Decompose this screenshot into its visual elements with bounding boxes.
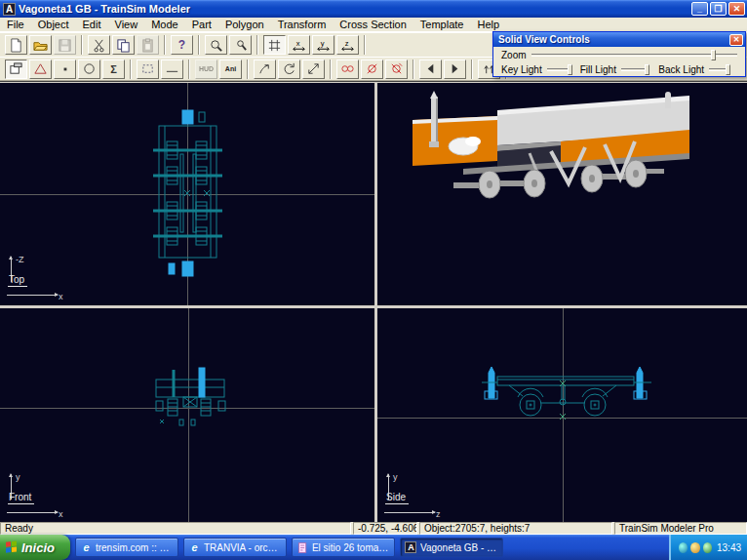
taskbar-button[interactable]: eTRANVIA - orcel MSN ... (183, 538, 287, 557)
prev-icon (423, 61, 438, 76)
viewport-area: -Z Top x (0, 81, 747, 522)
menu-polygon[interactable]: Polygon (218, 19, 271, 30)
svg-text:y: y (321, 38, 325, 47)
axis-label-vertical: y (16, 472, 20, 482)
triangle-button[interactable] (29, 60, 52, 79)
grid-button[interactable] (263, 35, 286, 55)
ani-icon: Ani (225, 65, 236, 72)
system-tray: 13:43 (669, 535, 747, 560)
toolbar-separator (256, 35, 258, 55)
minimize-button[interactable]: _ (691, 2, 708, 16)
menu-part[interactable]: Part (185, 19, 218, 30)
slider-handle[interactable] (568, 64, 572, 75)
axis-y-button[interactable]: y (312, 35, 334, 55)
svg-text:x: x (296, 38, 300, 47)
slider-handle[interactable] (726, 64, 730, 75)
restore-button[interactable]: ❐ (710, 2, 727, 16)
axis-arrow-horizontal (7, 512, 58, 513)
sigma-button[interactable]: Σ (102, 60, 125, 79)
mirror-z-icon (389, 61, 404, 76)
back-light-slider[interactable] (709, 68, 727, 71)
taskbar-button-active[interactable]: AVagoneta GB - TrainS... (400, 538, 503, 557)
tray-icon-volume[interactable] (690, 542, 699, 553)
dialog-title-bar[interactable]: Solid View Controls ✕ (493, 32, 745, 47)
fill-light-slider-group: Fill Light (580, 64, 649, 75)
axis-label-vertical: y (393, 472, 398, 482)
zoom-out-button[interactable] (229, 35, 252, 55)
prev-button[interactable] (419, 60, 442, 79)
axis-y-icon: y (316, 38, 331, 53)
open-folder-button[interactable] (29, 35, 52, 55)
marquee-button[interactable] (137, 60, 159, 79)
dialog-title: Solid View Controls (498, 34, 729, 45)
new-file-button[interactable] (5, 35, 27, 55)
axis-indicator-front: y Front x (6, 468, 84, 519)
zoom-slider[interactable] (531, 54, 737, 57)
axis-x-button[interactable]: x (288, 35, 310, 55)
tray-icon-messenger[interactable] (679, 542, 688, 553)
axis-arrow-horizontal (384, 512, 435, 513)
viewport-3d[interactable] (377, 83, 747, 305)
menu-object[interactable]: Object (31, 19, 76, 30)
point-button[interactable] (54, 60, 76, 79)
slider-handle[interactable] (645, 64, 649, 75)
move-button[interactable] (254, 60, 276, 79)
zoom-in-button[interactable] (205, 35, 227, 55)
taskbar-button-label: trensim.com :: Ver to... (96, 542, 174, 553)
dialog-close-button[interactable]: ✕ (729, 34, 743, 46)
next-button[interactable] (444, 60, 466, 79)
taskbar-button[interactable]: El sitio 26 tomado cron... (292, 538, 395, 557)
viewport-front[interactable]: y Front x (0, 308, 374, 523)
viewport-top[interactable]: -Z Top x (0, 83, 374, 305)
rotate-button[interactable] (278, 60, 300, 79)
viewport-side[interactable]: y Side z (377, 308, 747, 523)
mirror-x-button[interactable] (336, 60, 359, 79)
menu-transform[interactable]: Transform (271, 19, 334, 30)
save-button (54, 35, 76, 55)
menu-cross-section[interactable]: Cross Section (333, 19, 413, 30)
zoom-slider-handle[interactable] (711, 50, 716, 60)
hud-button: HUD (195, 60, 217, 79)
ani-button[interactable]: Ani (219, 60, 242, 79)
line-button[interactable] (161, 60, 183, 79)
viewport-label: Front (8, 492, 34, 504)
tray-icon-network[interactable] (703, 542, 712, 553)
copy-icon (116, 38, 131, 53)
copy-button[interactable] (112, 35, 135, 55)
scale-button[interactable] (302, 60, 325, 79)
taskbar-button-label: Vagoneta GB - TrainS... (420, 542, 498, 553)
tsm-icon: A (405, 541, 417, 554)
status-object-info: Object:2705:7, heights:7 (419, 522, 612, 535)
hud-icon: HUD (199, 65, 214, 72)
axis-arrow-horizontal (7, 295, 58, 296)
next-icon (448, 61, 462, 76)
menu-edit[interactable]: Edit (76, 19, 108, 30)
cut-button[interactable] (88, 35, 110, 55)
key-light-slider-group: Key Light (501, 64, 570, 75)
mirror-y-button[interactable] (361, 60, 383, 79)
menu-file[interactable]: File (0, 19, 31, 30)
taskbar-buttons: etrensim.com :: Ver to...eTRANVIA - orce… (70, 538, 503, 557)
mirror-z-button[interactable] (385, 60, 408, 79)
light-sliders-row: Key LightFill LightBack Light (493, 62, 745, 77)
menu-view[interactable]: View (108, 19, 145, 30)
menu-template[interactable]: Template (413, 19, 471, 30)
fill-light-slider[interactable] (621, 68, 649, 71)
start-button[interactable]: Inicio (0, 535, 70, 560)
taskbar-button-label: TRANVIA - orcel MSN ... (204, 542, 282, 553)
taskbar-button[interactable]: etrensim.com :: Ver to... (75, 538, 178, 557)
status-bar: Ready -0.725, -4.606 Object:2705:7, heig… (0, 522, 747, 535)
viewport-label: Side (385, 492, 409, 504)
help-button[interactable]: ? (171, 35, 193, 55)
menu-help[interactable]: Help (470, 19, 506, 30)
close-button[interactable]: ✕ (728, 2, 745, 16)
app-icon: A (3, 3, 16, 16)
select-button[interactable] (5, 60, 27, 79)
circle-button[interactable] (78, 60, 100, 79)
help-icon: ? (178, 38, 185, 52)
svg-text:z: z (345, 38, 349, 47)
open-folder-icon (33, 38, 48, 53)
axis-z-button[interactable]: z (336, 35, 359, 55)
key-light-slider[interactable] (547, 68, 570, 71)
menu-mode[interactable]: Mode (144, 19, 185, 30)
